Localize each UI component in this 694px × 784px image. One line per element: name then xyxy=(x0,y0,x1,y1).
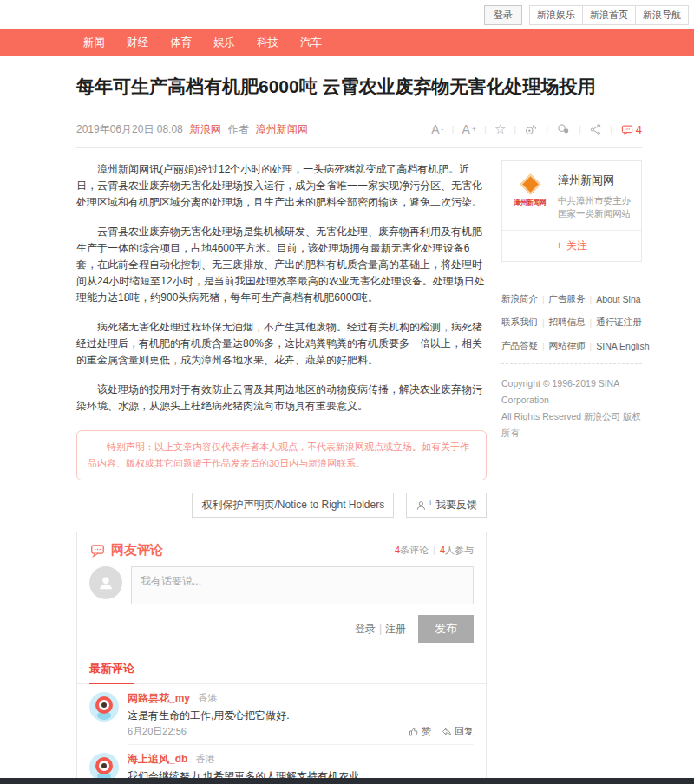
thumb-up-icon xyxy=(409,727,419,737)
comment-count: 4 xyxy=(636,123,642,136)
rights-notice-button[interactable]: 权利保护声明页/Notice to Right Holders xyxy=(192,493,394,518)
comment-location: 香港 xyxy=(198,693,217,703)
nav-item-auto[interactable]: 汽车 xyxy=(300,36,322,50)
paragraph: 病死猪无害化处理过程环保无油烟，不产生其他废物。经过有关机构的检测，病死猪经过处… xyxy=(76,319,487,369)
nav-item-ent[interactable]: 娱乐 xyxy=(213,36,235,50)
comment-username[interactable]: 海上追风_db xyxy=(128,753,187,765)
link-about-sina[interactable]: About Sina xyxy=(596,294,640,304)
link-site-lawyer[interactable]: 网站律师 xyxy=(549,340,586,352)
comment-bubble-icon xyxy=(89,543,106,558)
comment-item: 网路昙花_my 香港 这是有生命的工作,用爱心把它做好. 6月20日22:56 … xyxy=(77,684,486,745)
publish-date: 2019年06月20日 08:08 xyxy=(76,122,183,137)
comment-count-button[interactable]: 4 xyxy=(620,123,642,136)
weibo-share-icon[interactable] xyxy=(524,122,538,136)
tab-latest-comments[interactable]: 最新评论 xyxy=(89,661,134,684)
top-links: 新浪娱乐 新浪首页 新浪导航 xyxy=(529,5,689,25)
article-title: 每年可生产高档有机肥6000吨 云霄农业废弃物无害化处理场投用 xyxy=(76,75,642,99)
comment-username[interactable]: 网路昙花_my xyxy=(128,692,190,704)
article-toolbar: A- | A+ | ☆ | | | xyxy=(431,121,642,137)
top-link-sina-nav[interactable]: 新浪导航 xyxy=(635,6,688,24)
link-sina-english[interactable]: SINA English xyxy=(596,341,649,351)
sidebar-footer-links: 新浪简介|广告服务|About Sina 联系我们|招聘信息|通行证注册 产品答… xyxy=(501,293,642,441)
paragraph: 漳州新闻网讯(卢丽娟)经过12个小时的处理，一头病死猪就变成了高档有机肥。近日，… xyxy=(76,161,487,211)
like-button[interactable]: 赞 xyxy=(409,725,431,738)
share-icon[interactable] xyxy=(589,123,602,136)
source-link[interactable]: 新浪网 xyxy=(190,122,221,137)
top-bar: 登录 新浪娱乐 新浪首页 新浪导航 xyxy=(0,0,694,29)
link-passport-register[interactable]: 通行证注册 xyxy=(596,317,642,329)
nav-item-finance[interactable]: 财经 xyxy=(127,36,148,50)
source-follow-card: 漳州新闻网 漳州新闻网 中共漳州市委主办国家一类新闻网站 +关注 xyxy=(501,160,642,262)
top-link-sina-ent[interactable]: 新浪娱乐 xyxy=(530,6,582,24)
comment-time: 6月20日22:56 xyxy=(128,725,187,738)
my-avatar xyxy=(89,566,122,599)
font-increase-button[interactable]: A+ xyxy=(462,122,476,136)
reply-icon xyxy=(442,727,452,737)
comment-auth-links: 登录|注册 xyxy=(355,622,406,637)
reply-button[interactable]: 回复 xyxy=(442,725,474,738)
person-icon xyxy=(96,573,115,592)
article-body: 漳州新闻网讯(卢丽娟)经过12个小时的处理，一头病死猪就变成了高档有机肥。近日，… xyxy=(76,148,487,784)
comment-register-link[interactable]: 注册 xyxy=(385,623,406,635)
publish-button[interactable]: 发布 xyxy=(418,615,474,643)
top-link-sina-home[interactable]: 新浪首页 xyxy=(582,6,635,24)
feedback-button[interactable]: i 我要反馈 xyxy=(406,493,487,518)
favorite-star-icon[interactable]: ☆ xyxy=(494,121,506,137)
comment-login-link[interactable]: 登录 xyxy=(355,623,376,635)
paragraph: 云霄县农业废弃物无害化处理场是集机械研发、无害化处理、废弃物再利用及有机肥生产于… xyxy=(76,224,487,306)
comments-title: 网友评论 xyxy=(89,542,163,559)
card-source-name[interactable]: 漳州新闻网 xyxy=(558,173,633,188)
link-ad-service[interactable]: 广告服务 xyxy=(549,293,586,305)
article-actions: 权利保护声明页/Notice to Right Holders i 我要反馈 xyxy=(76,493,487,518)
plus-icon: + xyxy=(556,239,562,252)
card-source-desc: 中共漳州市委主办国家一类新闻网站 xyxy=(558,194,633,220)
sidebar: 漳州新闻网 漳州新闻网 中共漳州市委主办国家一类新闻网站 +关注 新浪简介|广告… xyxy=(501,148,642,784)
nav-item-news[interactable]: 新闻 xyxy=(83,36,105,50)
author-label: 作者 xyxy=(228,122,249,137)
wechat-share-icon[interactable] xyxy=(556,122,571,136)
person-icon xyxy=(416,500,428,512)
link-sina-intro[interactable]: 新浪简介 xyxy=(501,293,538,305)
follow-button[interactable]: +关注 xyxy=(502,230,641,261)
link-product-faq[interactable]: 产品答疑 xyxy=(501,340,538,352)
link-contact-us[interactable]: 联系我们 xyxy=(501,317,538,329)
zhangzhou-news-logo: 漳州新闻网 xyxy=(510,173,550,207)
avatar xyxy=(89,692,119,722)
comment-text: 这是有生命的工作,用爱心把它做好. xyxy=(128,709,474,722)
comments-section: 网友评论 4条评论|4人参与 登录|注册 xyxy=(76,532,487,784)
copyright-line-1: Copyright © 1996-2019 SINA Corporation xyxy=(501,376,642,408)
link-jobs[interactable]: 招聘信息 xyxy=(549,317,586,329)
author-link[interactable]: 漳州新闻网 xyxy=(256,122,308,137)
article-meta: 2019年06月20日 08:08 新浪网 作者 漳州新闻网 xyxy=(76,122,308,137)
disclaimer-box: 特别声明：以上文章内容仅代表作者本人观点，不代表新浪网观点或立场。如有关于作品内… xyxy=(76,430,487,480)
comments-tab-row: 最新评论 xyxy=(77,653,486,684)
article-header: 每年可生产高档有机肥6000吨 云霄农业废弃物无害化处理场投用 2019年06月… xyxy=(76,56,642,148)
logo-diamond-icon xyxy=(520,173,540,194)
copyright-line-2: All Rights Reserved 新浪公司 版权所有 xyxy=(501,408,642,441)
font-decrease-button[interactable]: A- xyxy=(431,122,443,136)
main-nav: 新闻 财经 体育 娱乐 科技 汽车 xyxy=(0,29,694,56)
comment-location: 香港 xyxy=(196,754,215,764)
nav-item-sports[interactable]: 体育 xyxy=(170,36,192,50)
comments-stats: 4条评论|4人参与 xyxy=(395,544,474,557)
paragraph: 该处理场的投用对于有效防止云霄及其周边地区的动物疫病传播，解决农业废弃物污染环境… xyxy=(76,382,487,415)
page-bottom-bar xyxy=(0,778,694,784)
article-meta-row: 2019年06月20日 08:08 新浪网 作者 漳州新闻网 A- | A+ |… xyxy=(76,121,642,147)
comment-input[interactable] xyxy=(131,566,474,604)
nav-item-tech[interactable]: 科技 xyxy=(257,36,278,50)
login-button[interactable]: 登录 xyxy=(484,5,522,25)
divider xyxy=(501,363,642,364)
